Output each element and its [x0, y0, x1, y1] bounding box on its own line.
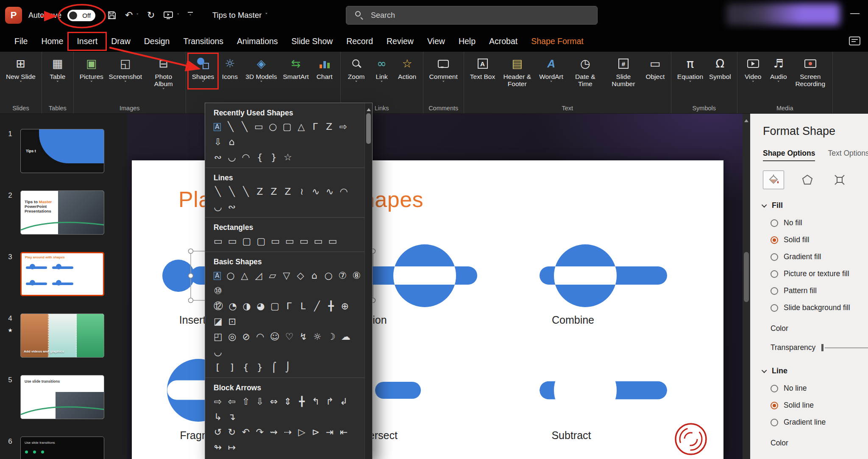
shape-glyph[interactable]: ▱ [268, 271, 277, 281]
shape-glyph[interactable]: ▭ [254, 122, 263, 132]
shape-glyph[interactable]: ▭ [328, 236, 337, 246]
shape-glyph[interactable]: ⊕ [341, 301, 349, 311]
shape-glyph[interactable]: ⌂ [310, 271, 319, 281]
ribbon-shapes-button[interactable]: Shapes˅ [189, 55, 217, 87]
ribbon-new-slide-button[interactable]: ⊞New Slide˅ [3, 55, 38, 87]
shape-glyph[interactable]: ◠ [256, 332, 264, 342]
shape-glyph[interactable]: ▢ [270, 301, 279, 311]
chevron-down-icon[interactable]: ˅ [381, 81, 383, 87]
shape-glyph[interactable]: ╲ [242, 187, 250, 197]
ribbon-screen-recording-button[interactable]: Screen Recording [792, 55, 829, 95]
chevron-down-icon[interactable]: ˅ [124, 81, 127, 87]
chevron-down-icon[interactable]: ˅ [355, 81, 358, 87]
radio-icon[interactable] [771, 385, 778, 392]
undo-button[interactable]: ↶ [125, 11, 133, 20]
ribbon-wordart-button[interactable]: AWordArt˅ [537, 55, 566, 87]
shape-glyph[interactable]: ↳ [214, 412, 222, 422]
menu-tab-shape-format[interactable]: Shape Format [524, 34, 590, 48]
ribbon-3d-models-button[interactable]: ◈3D Models˅ [243, 55, 279, 87]
fill-option-slide-background-fill[interactable]: Slide background fill [771, 303, 868, 312]
shape-glyph[interactable]: ↲ [339, 397, 348, 407]
menu-tab-review[interactable]: Review [380, 34, 420, 48]
chevron-down-icon[interactable]: ˅ [689, 81, 691, 87]
shape-glyph[interactable]: Γ [311, 122, 320, 132]
ribbon-slide-number-button[interactable]: #Slide Number [605, 55, 642, 95]
shape-glyph[interactable]: Z [270, 187, 278, 197]
radio-icon[interactable] [771, 419, 778, 426]
menu-tab-acrobat[interactable]: Acrobat [482, 34, 524, 48]
menu-tab-transitions[interactable]: Transitions [176, 34, 230, 48]
chevron-down-icon[interactable]: ˅ [550, 81, 553, 87]
slide-thumbnail-3[interactable]: Play around with shapes [20, 252, 104, 296]
shape-glyph[interactable]: ▭ [228, 236, 237, 246]
account-area-blurred[interactable] [726, 3, 840, 25]
shape-glyph[interactable]: ⊳ [312, 427, 320, 437]
shape-glyph[interactable]: { [256, 152, 264, 162]
ribbon-screenshot-button[interactable]: ◱Screenshot˅ [107, 55, 144, 87]
shape-glyph[interactable]: ◡ [228, 152, 236, 162]
shape-glyph[interactable]: Z [325, 122, 334, 132]
shape-glyph[interactable]: ⇔ [270, 397, 278, 407]
search-input[interactable] [346, 6, 598, 25]
chevron-down-icon[interactable]: ˅ [202, 81, 204, 87]
shape-glyph[interactable]: ☁ [341, 332, 351, 342]
shape-glyph[interactable]: ▭ [214, 236, 223, 246]
transparency-row[interactable]: Transparency [771, 343, 868, 352]
radio-icon[interactable] [771, 287, 778, 295]
chevron-down-icon[interactable]: ˅ [162, 89, 165, 94]
shape-glyph[interactable]: ⇩ [256, 397, 264, 407]
slide-thumbnail-4[interactable]: Add videos and graphics [20, 313, 104, 358]
shape-glyph[interactable]: A [214, 123, 221, 131]
line-section-header[interactable]: Line [763, 367, 868, 375]
chevron-down-icon[interactable]: ˅ [90, 81, 93, 87]
save-button[interactable] [107, 11, 117, 20]
menu-tab-record[interactable]: Record [339, 34, 380, 48]
shape-glyph[interactable]: ⑧ [352, 271, 361, 281]
shape-glyph[interactable]: ∿ [326, 187, 334, 197]
shape-glyph[interactable]: ↬ [214, 442, 222, 453]
shape-glyph[interactable]: ◰ [214, 332, 223, 342]
menu-tab-insert[interactable]: Insert [70, 34, 104, 48]
radio-selected-icon[interactable] [771, 236, 778, 244]
slideshow-caret-icon[interactable]: ˅ [177, 13, 179, 18]
menu-tab-draw[interactable]: Draw [104, 34, 137, 48]
shape-glyph[interactable]: ╲ [228, 187, 236, 197]
ribbon-chart-button[interactable]: Chart [312, 55, 337, 87]
label-subtract[interactable]: Subtract [551, 429, 591, 442]
shape-glyph[interactable]: ▽ [282, 271, 291, 281]
chevron-down-icon[interactable]: ˅ [777, 81, 780, 87]
shape-glyph[interactable]: ▢ [283, 122, 292, 132]
shape-glyph[interactable]: Z [256, 187, 264, 197]
shape-glyph[interactable]: { [242, 362, 250, 372]
menu-tab-file[interactable]: File [8, 34, 34, 48]
fill-color-row[interactable]: Color [771, 324, 868, 333]
fill-option-gradient-fill[interactable]: Gradient fill [771, 252, 868, 261]
menu-tab-slide-show[interactable]: Slide Show [285, 34, 340, 48]
shape-glyph[interactable]: ▷ [298, 427, 306, 437]
slide-thumbnail-1[interactable]: Tips t [20, 129, 104, 173]
shape-glyph[interactable]: ◠ [339, 187, 348, 197]
shape-glyph[interactable]: ⊡ [228, 316, 236, 327]
fill-and-line-icon[interactable] [763, 171, 784, 189]
radio-icon[interactable] [771, 219, 778, 227]
minimize-button[interactable]: — [850, 8, 860, 19]
line-option-solid-line[interactable]: Solid line [771, 401, 868, 410]
shape-glyph[interactable]: ↯ [299, 332, 308, 342]
shape-glyph[interactable]: ☆ [284, 152, 292, 162]
shape-glyph[interactable]: ╋ [298, 397, 306, 407]
shape-glyph[interactable]: } [270, 152, 278, 162]
shape-glyph[interactable]: Γ [285, 301, 293, 311]
shape-glyph[interactable]: ☺ [270, 332, 280, 342]
shape-glyph[interactable]: ▢ [242, 236, 251, 246]
shape-glyph[interactable]: ◪ [214, 316, 223, 327]
shape-glyph[interactable]: ◔ [228, 301, 237, 311]
fill-option-solid-fill[interactable]: Solid fill [771, 235, 868, 244]
shape-glyph[interactable]: ∾ [228, 202, 236, 212]
fill-option-pattern-fill[interactable]: Pattern fill [771, 286, 868, 295]
shape-glyph[interactable]: ⇕ [284, 397, 292, 407]
ribbon-pictures-button[interactable]: ▣Pictures˅ [77, 55, 106, 87]
menu-scrollbar[interactable] [364, 103, 372, 459]
slide-thumbnail-2[interactable]: Tips to MasterPowerPointPresentations [20, 190, 104, 235]
shape-glyph[interactable]: ⇩ [214, 137, 222, 147]
shape-glyph[interactable]: ↷ [256, 427, 264, 437]
